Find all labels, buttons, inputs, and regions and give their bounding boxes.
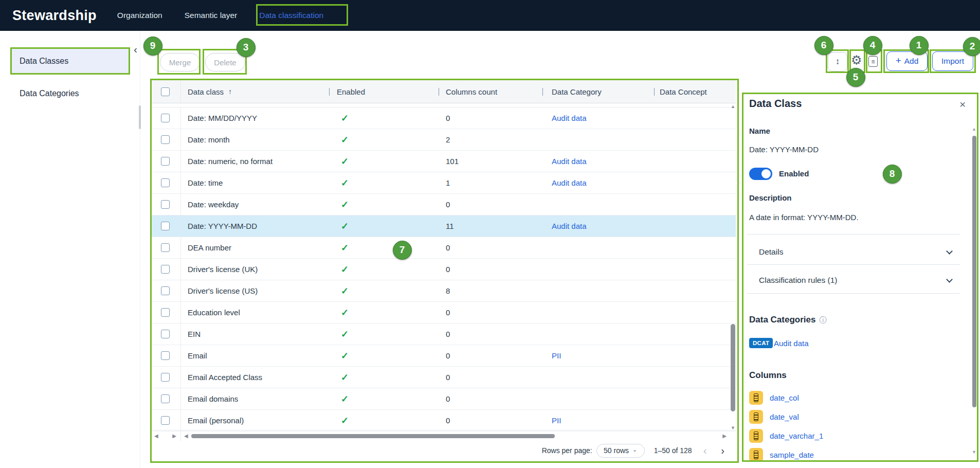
table-row[interactable]: Driver's license (UK)✓0 [150, 259, 736, 280]
row-checkbox[interactable] [161, 373, 170, 382]
resize-vertical-button[interactable]: ↕ [828, 52, 847, 71]
data-category-link[interactable]: PII [552, 351, 561, 360]
data-class-cell[interactable]: Date: MM/DD/YYYY [181, 107, 329, 129]
column-header-columns-count[interactable]: Columns count [439, 80, 542, 103]
column-header-data-concept[interactable]: Data Concept [654, 80, 729, 103]
table-row[interactable]: Education level✓0 [150, 302, 736, 323]
data-category-link[interactable]: PII [552, 416, 561, 425]
delete-button[interactable]: Delete [205, 53, 245, 71]
column-header-enabled[interactable]: Enabled [329, 80, 439, 103]
sidebar-scrollbar[interactable] [139, 105, 141, 129]
accordion-details[interactable]: Details [747, 242, 960, 262]
table-row[interactable]: Email (personal)✓0PII [150, 410, 736, 431]
scroll-right-icon[interactable]: ▶ [722, 433, 727, 439]
row-checkbox-cell [150, 151, 181, 172]
settings-gear-icon[interactable]: ⚙ [851, 54, 862, 66]
data-class-cell[interactable]: Date: YYYY-MM-DD [181, 215, 329, 237]
row-checkbox[interactable] [161, 200, 170, 209]
data-class-cell[interactable]: DEA number [181, 237, 329, 258]
data-class-cell[interactable]: Date: time [181, 172, 329, 193]
data-category-link[interactable]: Audit data [552, 222, 587, 230]
row-checkbox[interactable] [161, 330, 170, 338]
table-row[interactable]: Email✓0PII [150, 345, 736, 367]
accordion-classification-rules-1[interactable]: Classification rules (1) [747, 270, 960, 291]
row-checkbox[interactable] [161, 265, 170, 274]
data-category-link[interactable]: Audit data [552, 178, 587, 187]
table-row[interactable]: EIN✓0 [150, 323, 736, 345]
table-vertical-scrollbar[interactable]: ▲ ▼ [730, 104, 736, 430]
scroll-right-icon[interactable]: ▶ [172, 433, 176, 439]
row-checkbox[interactable] [161, 114, 170, 122]
column-link[interactable]: sample_date [770, 451, 814, 459]
row-checkbox[interactable] [161, 286, 170, 295]
table-row[interactable]: Date: weekday✓0 [150, 194, 736, 215]
data-category-cell [542, 388, 654, 409]
table-row[interactable]: Date: MM/DD/YYYY✓0Audit data [150, 107, 736, 129]
row-checkbox[interactable] [161, 394, 170, 403]
scroll-left-icon[interactable]: ◀ [184, 433, 188, 439]
enabled-toggle[interactable] [749, 168, 772, 180]
table-row[interactable]: DEA number✓0 [150, 237, 736, 259]
scroll-up-icon[interactable]: ▲ [731, 104, 735, 109]
table-row[interactable]: Email domains✓0 [150, 388, 736, 410]
nav-tab-organization[interactable]: Organization [117, 11, 162, 20]
scroll-up-icon[interactable]: ▲ [972, 127, 976, 132]
column-link[interactable]: date_val [770, 412, 799, 421]
table-row[interactable]: Date: numeric, no format✓101Audit data [150, 151, 736, 172]
scroll-down-icon[interactable]: ▼ [972, 449, 976, 455]
table-row[interactable]: Date: month✓2 [150, 129, 736, 151]
data-category-link[interactable]: Audit data [552, 157, 587, 166]
data-class-cell[interactable]: EIN [181, 323, 329, 345]
column-header-data-category[interactable]: Data Category [542, 80, 654, 103]
table-row[interactable]: Driver's license (US)✓8 [150, 280, 736, 302]
row-checkbox[interactable] [161, 178, 170, 187]
data-category-link[interactable]: Audit data [552, 114, 587, 122]
nav-tab-data-classification[interactable]: Data classification [259, 11, 323, 20]
row-checkbox[interactable] [161, 157, 170, 166]
data-class-cell[interactable]: Driver's license (UK) [181, 259, 329, 280]
row-checkbox[interactable] [161, 243, 170, 252]
column-header-label: Data class [188, 87, 224, 96]
data-class-cell[interactable]: Date: month [181, 129, 329, 150]
divider [747, 293, 960, 294]
data-class-cell[interactable]: Date: numeric, no format [181, 151, 329, 172]
row-checkbox[interactable] [161, 308, 170, 317]
row-checkbox[interactable] [161, 222, 170, 230]
table-row[interactable]: Date: YYYY-MM-DD✓11Audit data [150, 215, 736, 237]
sidebar-item-data-classes[interactable]: Data Classes [10, 49, 129, 73]
nav-tab-semantic-layer[interactable]: Semantic layer [185, 11, 238, 20]
data-class-cell[interactable]: Email Accepted Class [181, 367, 329, 388]
data-category-link[interactable]: Audit data [774, 339, 809, 348]
frozen-column-scrollbar[interactable]: ◀ ▶ [150, 430, 181, 441]
info-icon[interactable]: ⓘ [819, 316, 826, 324]
data-class-cell[interactable]: Email (personal) [181, 410, 329, 431]
data-class-cell[interactable]: Email domains [181, 388, 329, 409]
sidebar-item-data-categories[interactable]: Data Categories [10, 81, 129, 105]
vertical-scroll-thumb[interactable] [731, 324, 735, 411]
merge-button[interactable]: Merge [160, 53, 200, 71]
column-link[interactable]: date_varchar_1 [770, 431, 823, 440]
panel-scrollbar[interactable]: ▲ ▼ [971, 127, 977, 458]
close-icon[interactable]: × [959, 98, 966, 111]
data-class-cell[interactable]: Email [181, 345, 329, 366]
rows-per-page-select[interactable]: 50 rows ⌄ [596, 444, 645, 458]
data-class-cell[interactable]: Education level [181, 302, 329, 323]
data-class-cell[interactable]: Driver's license (US) [181, 280, 329, 301]
data-class-cell[interactable]: Date: weekday [181, 194, 329, 215]
row-checkbox[interactable] [161, 416, 170, 425]
scroll-left-icon[interactable]: ◀ [154, 433, 158, 439]
column-link[interactable]: date_col [770, 393, 799, 402]
sidebar-collapse-icon[interactable]: ‹ [134, 43, 137, 56]
next-page-button[interactable]: › [721, 445, 724, 457]
table-row[interactable]: Email Accepted Class✓0 [150, 367, 736, 388]
row-checkbox[interactable] [161, 135, 170, 144]
prev-page-button[interactable]: ‹ [703, 445, 707, 457]
column-header-data-class[interactable]: Data class↑ [181, 80, 329, 103]
main-horizontal-scrollbar[interactable]: ◀ ▶ [181, 430, 736, 441]
row-checkbox[interactable] [161, 351, 170, 360]
horizontal-scroll-thumb[interactable] [191, 434, 555, 438]
panel-scroll-thumb[interactable] [972, 136, 976, 407]
select-all-checkbox[interactable] [161, 87, 170, 96]
list-view-icon[interactable]: ≡ [868, 56, 878, 67]
table-row[interactable]: Date: time✓1Audit data [150, 172, 736, 194]
